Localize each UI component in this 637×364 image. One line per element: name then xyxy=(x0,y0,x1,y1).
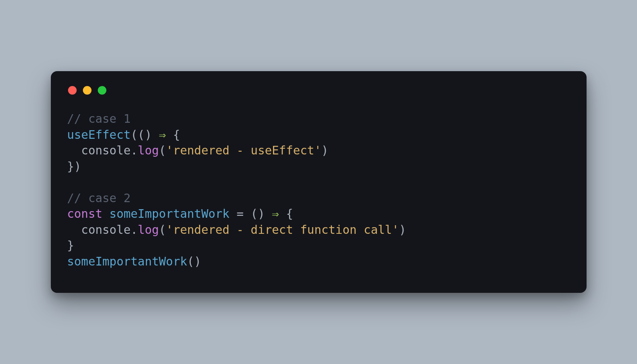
string-token: 'rendered - useEffect' xyxy=(166,143,321,157)
code-token: } xyxy=(67,238,74,252)
code-token: . xyxy=(131,143,138,157)
comment: // case 2 xyxy=(67,191,131,205)
code-token: console xyxy=(67,143,131,157)
code-token: ( xyxy=(159,223,166,237)
code-token: useEffect xyxy=(67,128,131,142)
code-token: ( xyxy=(159,143,166,157)
keyword-token: const xyxy=(67,207,102,221)
code-token: someImportantWork xyxy=(67,255,187,268)
canvas: // case 1 useEffect(() ⇒ { console.log('… xyxy=(0,0,637,364)
code-token: ) xyxy=(399,223,406,237)
string-token: 'rendered - direct function call' xyxy=(166,223,399,237)
code-token: ) xyxy=(321,143,328,157)
code-token: . xyxy=(131,223,138,237)
arrow-token: ⇒ xyxy=(152,128,173,142)
window-controls xyxy=(68,86,570,95)
code-token: { xyxy=(279,207,293,221)
code-token: console xyxy=(67,223,131,237)
close-icon[interactable] xyxy=(68,86,77,95)
code-token: () xyxy=(244,207,272,221)
code-token: log xyxy=(138,143,159,157)
code-token: someImportantWork xyxy=(102,207,237,221)
code-token: { xyxy=(173,128,180,142)
code-token: log xyxy=(138,223,159,237)
code-token: (() xyxy=(131,128,152,142)
code-token: () xyxy=(187,255,201,268)
code-window: // case 1 useEffect(() ⇒ { console.log('… xyxy=(51,71,587,293)
code-token: }) xyxy=(67,160,81,173)
code-block: // case 1 useEffect(() ⇒ { console.log('… xyxy=(67,111,570,269)
code-token: = xyxy=(237,207,244,221)
zoom-icon[interactable] xyxy=(98,86,106,95)
minimize-icon[interactable] xyxy=(83,86,92,95)
comment: // case 1 xyxy=(67,112,131,126)
arrow-token: ⇒ xyxy=(272,207,279,221)
